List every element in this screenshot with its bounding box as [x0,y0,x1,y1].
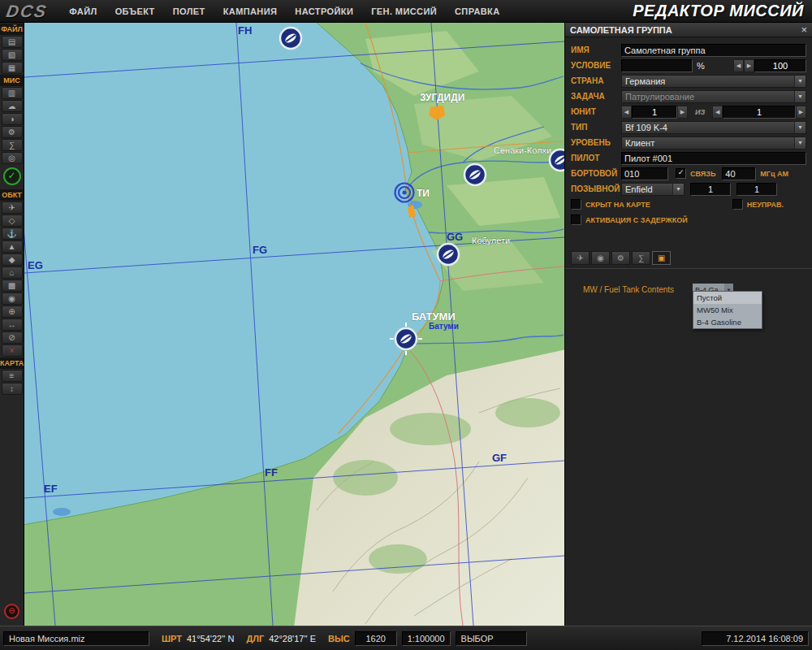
callsign-label: ПОЗЫВНОЙ [571,184,621,193]
fuel-option-mw50[interactable]: MW50 Mix [693,304,762,316]
comm-checkbox[interactable]: ✓ [676,168,686,179]
chevron-down-icon[interactable]: ▼ [672,184,684,195]
bullseye-icon[interactable]: ⊘ [2,332,23,344]
callsign-dropdown[interactable]: Enfield ▼ [621,183,685,196]
board-number-input[interactable] [621,167,668,180]
vehicle-group-icon[interactable]: ▲ [2,240,23,253]
unit-group-icon[interactable] [280,28,301,49]
airplane-group-icon[interactable]: ✈ [2,202,23,214]
frequency-input[interactable] [722,167,756,180]
menu-campaign[interactable]: КАМПАНИЯ [214,6,287,16]
fuel-tank-label: MW / Fuel Tank Contents [583,285,674,294]
group-name-input[interactable] [621,44,806,57]
chevron-down-icon[interactable]: ▼ [794,91,806,102]
measure-icon[interactable]: ↔ [2,318,23,331]
template-icon[interactable]: ▩ [2,280,23,292]
stepper-right-icon[interactable]: ▶ [744,59,754,72]
chevron-down-icon[interactable]: ▼ [794,137,806,149]
minus-circle-icon[interactable]: ⊖ [4,604,19,619]
trigger-zone-icon[interactable]: ◉ [2,292,23,305]
open-mission-icon[interactable]: ▧ [2,49,23,61]
payload-tab-icon: ▣ [658,254,665,262]
tab-summary[interactable]: ∑ [632,251,650,265]
grid-label-gg: GG [447,231,463,243]
map-scale-box[interactable]: 1:100000 [402,631,451,646]
tab-aircraft[interactable]: ✈ [571,251,590,265]
unit-group-icon[interactable] [550,150,564,171]
unit-total-stepper[interactable]: ◀ 1 ▶ [712,106,806,119]
ship-group-icon[interactable]: ⚓ [2,228,23,240]
callsign-number2-input[interactable] [736,183,777,196]
unit-group-icon[interactable] [438,244,459,265]
menu-file[interactable]: ФАЙЛ [60,6,106,16]
pilot-name-input[interactable] [621,152,806,165]
board-number-row: БОРТОВОЙ ✓ СВЯЗЬ МГц АМ [565,166,812,181]
fuel-option-b4[interactable]: B-4 Gasoline [693,316,762,328]
time-icon[interactable]: ◑ [2,113,23,125]
new-mission-icon[interactable]: ▤ [2,36,23,48]
probability-stepper[interactable]: ◀ ▶ 100 [733,59,806,72]
status-bar: Новая Миссия.miz ШРТ 41°54'22'' N ДЛГ 42… [0,626,812,650]
stepper-left-icon[interactable]: ◀ [733,59,744,72]
chevron-down-icon[interactable]: ▼ [794,76,806,87]
stepper-right-icon[interactable]: ▶ [796,106,806,119]
grid-label-fh: FH [238,24,252,37]
weather-icon[interactable]: ☁ [2,100,23,112]
fuel-option-empty[interactable]: Пустой [693,292,762,304]
menu-object[interactable]: ОБЪЕКТ [106,6,164,16]
options-icon[interactable]: ⚙ [2,126,23,138]
hidden-on-map-checkbox[interactable] [571,199,581,210]
task-dropdown[interactable]: Патрулирование ▼ [621,90,806,103]
aircraft-type-dropdown[interactable]: Bf 109 K-4 ▼ [621,121,806,134]
task-label: ЗАДАЧА [571,92,621,101]
stepper-left-icon[interactable]: ◀ [712,106,723,119]
unit-label: ЮНИТ [571,107,621,116]
summary-icon[interactable]: ∑ [2,139,23,151]
late-activation-checkbox[interactable] [571,214,581,225]
tab-systems[interactable]: ⚙ [611,251,630,265]
static-object-icon[interactable]: ◆ [2,254,23,266]
goals-icon[interactable]: ◎ [2,152,23,164]
briefing-icon[interactable]: ▥ [2,87,23,99]
city-poti: ТИ [417,188,430,199]
menu-settings[interactable]: НАСТРОЙКИ [286,6,362,16]
type-label: ТИП [571,123,621,132]
tab-payload[interactable]: ▣ [652,251,671,265]
altitude-label: ВЫС [328,634,350,644]
group-route-icon[interactable] [395,184,414,202]
mode-indicator-box: ВЫБОР [456,631,527,646]
map-ruler-icon[interactable]: ↕ [2,383,23,395]
map-canvas[interactable]: FH EG FG GG EF FF GF ЗУГДИДИ Сенаки-Колх… [24,23,564,626]
task-value: Патрулирование [625,92,694,102]
skill-dropdown[interactable]: Клиент ▼ [621,136,806,150]
close-icon[interactable]: × [801,24,807,35]
callsign-number1-input[interactable] [690,183,731,196]
unit-group-icon[interactable] [464,164,486,185]
grid-label-ef: EF [44,483,58,495]
grid-label-ff: FF [265,466,278,479]
menu-help[interactable]: СПРАВКА [446,6,509,16]
unit-value: 1 [632,106,677,119]
uncontrolled-checkbox[interactable] [732,199,743,210]
condition-input[interactable] [621,59,693,72]
map-layers-icon[interactable]: ≡ [2,370,23,382]
save-mission-icon[interactable]: ▦ [2,62,23,74]
chevron-down-icon[interactable]: ▼ [794,122,806,133]
skill-row: УРОВЕНЬ Клиент ▼ [565,135,812,150]
stepper-right-icon[interactable]: ▶ [677,106,688,119]
menu-flight[interactable]: ПОЛЕТ [164,6,214,16]
panel-header[interactable]: САМОЛЕТНАЯ ГРУППА × [565,23,812,37]
mission-filename-box[interactable]: Новая Миссия.miz [3,631,149,646]
delete-object-icon[interactable]: × [2,344,23,357]
fly-mission-button[interactable]: ✓ [3,167,21,185]
map-region[interactable]: FH EG FG GG EF FF GF ЗУГДИДИ Сенаки-Колх… [24,23,564,626]
menu-mission-generator[interactable]: ГЕН. МИССИЙ [362,6,446,16]
country-dropdown[interactable]: Германия ▼ [621,75,806,88]
stepper-left-icon[interactable]: ◀ [621,106,632,119]
waypoint-icon[interactable]: ⊕ [2,306,23,318]
tab-targeting[interactable]: ◉ [591,251,610,265]
airfield-icon[interactable]: ⌂ [2,266,23,279]
name-label: ИМЯ [571,46,621,54]
helicopter-group-icon[interactable]: ◇ [2,214,23,227]
unit-stepper[interactable]: ◀ 1 ▶ [621,106,688,119]
